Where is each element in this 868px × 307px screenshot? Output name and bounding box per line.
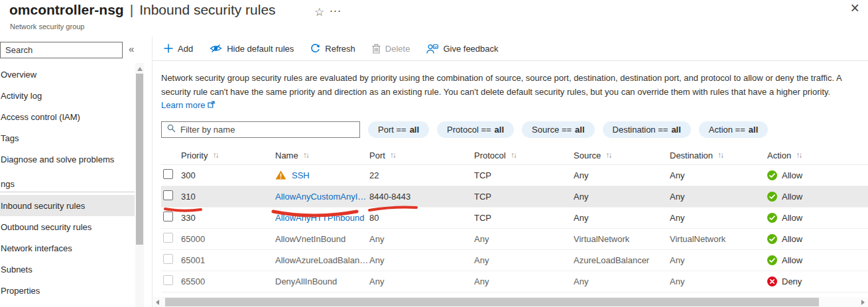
feedback-person-icon xyxy=(426,44,438,54)
rule-name-text: AllowVnetInBound xyxy=(275,234,345,244)
sidebar-item-outbound-security-rules[interactable]: Outbound security rules xyxy=(0,216,135,237)
row-checkbox[interactable] xyxy=(163,190,173,200)
column-header-protocol[interactable]: Protocol↑↓ xyxy=(474,151,574,160)
sidebar-item-properties[interactable]: Properties xyxy=(0,280,135,301)
rule-name-link[interactable]: AllowAnyCustomAnyI… xyxy=(275,192,366,202)
sidebar-item-overview[interactable]: Overview xyxy=(0,64,135,85)
allow-check-icon xyxy=(767,234,777,244)
cell-action: Allow xyxy=(767,170,868,180)
table-header-row: Priority↑↓Name↑↓Port↑↓Protocol↑↓Source↑↓… xyxy=(161,147,868,165)
checkbox-cell xyxy=(161,169,181,181)
cell-protocol: Any xyxy=(474,255,574,265)
column-header-destination[interactable]: Destination↑↓ xyxy=(670,151,767,160)
filter-pill-action[interactable]: Action ==all xyxy=(699,121,768,138)
hide-eye-icon xyxy=(210,44,222,53)
table-row-priority-65000[interactable]: 65000AllowVnetInBoundAnyAnyVirtualNetwor… xyxy=(161,229,868,250)
sidebar-item-activity-log[interactable]: Activity log xyxy=(0,85,135,106)
sidebar-item-network-interfaces[interactable]: Network interfaces xyxy=(0,237,135,259)
filter-pill-destination[interactable]: Destination ==all xyxy=(603,121,691,138)
resource-name: omcontroller-nsg xyxy=(9,2,124,18)
close-icon[interactable]: × xyxy=(851,1,859,16)
sidebar-item-inbound-security-rules[interactable]: Inbound security rules xyxy=(0,195,135,216)
add-button[interactable]: Add xyxy=(164,44,193,54)
rule-name-text: AllowAzureLoadBalan… xyxy=(275,255,368,265)
cell-destination: Any xyxy=(670,213,767,223)
sidebar-search-input[interactable] xyxy=(0,42,123,58)
allow-check-icon xyxy=(767,213,777,223)
table-row-priority-310[interactable]: 310AllowAnyCustomAnyI…8440-8443TCPAnyAny… xyxy=(161,186,868,208)
refresh-button[interactable]: Refresh xyxy=(310,44,355,54)
filter-by-name-field[interactable] xyxy=(161,121,360,138)
resource-type-subtitle: Network security group xyxy=(10,23,85,31)
cell-destination: VirtualNetwork xyxy=(670,234,767,244)
cell-protocol: Any xyxy=(474,276,574,286)
column-header-source[interactable]: Source↑↓ xyxy=(574,151,670,160)
table-row-priority-330[interactable]: 330AllowAnyHTTPInbound80TCPAnyAnyAllow xyxy=(161,208,868,229)
row-checkbox[interactable] xyxy=(163,254,173,264)
sidebar-scrollbar-thumb[interactable] xyxy=(136,74,143,245)
cell-priority: 310 xyxy=(181,192,275,202)
column-header-port[interactable]: Port↑↓ xyxy=(369,151,474,160)
cell-source: Any xyxy=(574,170,670,180)
filter-by-name-input[interactable] xyxy=(180,125,354,135)
learn-more-link[interactable]: Learn more xyxy=(161,99,215,113)
scroll-up-icon[interactable] xyxy=(137,67,143,71)
scroll-left-icon[interactable] xyxy=(156,300,159,305)
cell-source: AzureLoadBalancer xyxy=(574,255,670,265)
allow-check-icon xyxy=(767,255,777,265)
cell-priority: 300 xyxy=(181,170,275,180)
cell-source: VirtualNetwork xyxy=(574,234,670,244)
rule-name-link[interactable]: SSH xyxy=(292,170,310,180)
give-feedback-button[interactable]: Give feedback xyxy=(426,44,498,54)
filter-pill-port[interactable]: Port ==all xyxy=(368,121,429,138)
table-row-priority-300[interactable]: 300SSH22TCPAnyAnyAllow xyxy=(161,165,868,186)
table-row-priority-65001[interactable]: 65001AllowAzureLoadBalan…AnyAnyAzureLoad… xyxy=(161,250,868,271)
row-checkbox[interactable] xyxy=(163,275,173,285)
sidebar-item-access-control-iam[interactable]: Access control (IAM) xyxy=(0,106,135,127)
filter-pill-source[interactable]: Source ==all xyxy=(522,121,594,138)
more-options-icon[interactable]: … xyxy=(329,1,342,15)
column-header-name[interactable]: Name↑↓ xyxy=(275,151,369,160)
filter-pill-protocol[interactable]: Protocol ==all xyxy=(437,121,514,138)
column-label: Name xyxy=(275,151,298,160)
rules-table: Priority↑↓Name↑↓Port↑↓Protocol↑↓Source↑↓… xyxy=(161,147,868,292)
sort-icon: ↑↓ xyxy=(717,151,723,160)
checkbox-cell xyxy=(161,190,181,202)
cell-name: AllowVnetInBound xyxy=(275,234,369,244)
delete-button[interactable]: Delete xyxy=(372,44,410,54)
sidebar-item-tags[interactable]: Tags xyxy=(0,127,135,149)
sidebar-item-subnets[interactable]: Subnets xyxy=(0,259,135,280)
cell-source: Any xyxy=(574,192,670,202)
row-checkbox[interactable] xyxy=(163,212,173,221)
horizontal-scrollbar-thumb[interactable] xyxy=(165,298,819,306)
cell-port: Any xyxy=(369,234,474,244)
sidebar-item-diagnose-and-solve-problems[interactable]: Diagnose and solve problems xyxy=(0,149,135,170)
cell-action: Deny xyxy=(767,276,868,286)
sidebar-collapse-icon[interactable]: « xyxy=(129,43,134,54)
table-row-priority-65500[interactable]: 65500DenyAllInBoundAnyAnyAnyAnyDeny xyxy=(161,271,868,292)
row-checkbox[interactable] xyxy=(163,233,173,243)
row-checkbox[interactable] xyxy=(163,169,173,179)
sidebar-scrollbar[interactable] xyxy=(135,63,144,307)
scroll-right-icon[interactable] xyxy=(861,300,865,305)
cell-port: 80 xyxy=(369,213,474,223)
checkbox-cell xyxy=(161,233,181,245)
favorite-star-icon[interactable]: ☆ xyxy=(314,5,324,19)
cell-priority: 65001 xyxy=(181,255,275,265)
column-header-action[interactable]: Action↑↓ xyxy=(767,151,868,160)
sidebar-section-header: ngs xyxy=(0,176,135,192)
horizontal-scrollbar[interactable] xyxy=(153,297,868,307)
column-label: Destination xyxy=(670,151,713,160)
page-header: omcontroller-nsg | Inbound security rule… xyxy=(0,0,868,36)
cell-protocol: TCP xyxy=(474,170,574,180)
action-label: Deny xyxy=(782,276,802,286)
rule-name-link[interactable]: AllowAnyHTTPInbound xyxy=(275,213,364,223)
action-label: Allow xyxy=(782,192,802,202)
cell-action: Allow xyxy=(767,234,868,244)
column-header-priority[interactable]: Priority↑↓ xyxy=(181,151,275,160)
sort-icon: ↑↓ xyxy=(390,151,395,160)
refresh-icon xyxy=(310,44,320,54)
checkbox-cell xyxy=(161,254,181,266)
hide-default-rules-button[interactable]: Hide default rules xyxy=(210,44,294,54)
cell-protocol: TCP xyxy=(474,213,574,223)
